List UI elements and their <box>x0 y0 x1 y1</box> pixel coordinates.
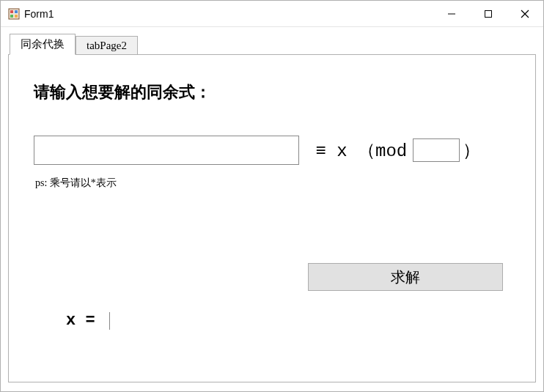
result-row: x = <box>66 311 117 330</box>
titlebar: Form1 <box>1 1 543 27</box>
expression-input[interactable] <box>34 136 299 165</box>
solve-row: 求解 <box>308 263 503 291</box>
tab-content: 请输入想要解的同余式： ≡ x （mod ） ps: 乘号请以*表示 求解 x … <box>8 54 536 382</box>
svg-rect-4 <box>15 15 18 18</box>
hint-text: ps: 乘号请以*表示 <box>35 177 510 190</box>
solve-button[interactable]: 求解 <box>308 263 503 291</box>
svg-rect-3 <box>10 15 13 18</box>
app-icon <box>8 8 20 20</box>
equation-row: ≡ x （mod ） <box>34 136 510 165</box>
svg-rect-6 <box>485 10 492 17</box>
tabstrip: 同余代换 tabPage2 <box>10 34 536 55</box>
app-window: Form1 同余代换 tabPage2 请输入想要解的同余式： ≡ x （mod <box>0 0 544 392</box>
tab-congruence[interactable]: 同余代换 <box>10 34 76 55</box>
equiv-text: ≡ x （mod <box>305 138 407 162</box>
svg-rect-2 <box>15 10 18 13</box>
close-paren: ） <box>463 138 480 162</box>
window-controls <box>433 1 543 26</box>
modulus-input[interactable] <box>413 138 460 162</box>
equiv-label: ≡ x （mod ） <box>305 138 480 162</box>
client-area: 同余代换 tabPage2 请输入想要解的同余式： ≡ x （mod ） ps:… <box>1 27 543 390</box>
svg-rect-1 <box>10 10 13 13</box>
minimize-button[interactable] <box>433 1 470 26</box>
maximize-button[interactable] <box>470 1 507 26</box>
result-label: x = <box>66 311 105 330</box>
page-heading: 请输入想要解的同余式： <box>34 81 510 103</box>
window-title: Form1 <box>24 8 433 20</box>
result-value <box>109 312 117 330</box>
tab-page2[interactable]: tabPage2 <box>76 36 138 55</box>
close-button[interactable] <box>507 1 543 26</box>
